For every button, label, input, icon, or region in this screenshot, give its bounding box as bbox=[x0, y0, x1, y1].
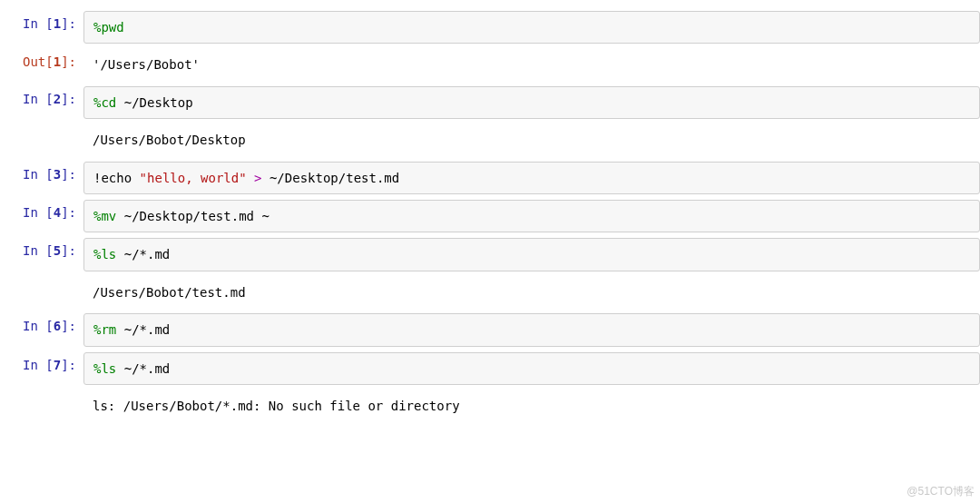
code-input[interactable]: %ls ~/*.md bbox=[83, 352, 980, 385]
prompt-in: In [7]: bbox=[0, 352, 83, 378]
code-token: /Users/Bobot/test.md bbox=[93, 285, 246, 300]
exec-count: 7 bbox=[54, 358, 61, 372]
notebook-cell: /Users/Bobot/Desktop bbox=[0, 124, 980, 155]
exec-count: 4 bbox=[54, 205, 61, 220]
code-input[interactable]: !echo "hello, world" > ~/Desktop/test.md bbox=[83, 162, 980, 194]
code-token: ls: /Users/Bobot/*.md: No such file or d… bbox=[93, 399, 460, 413]
code-token: ~/*.md bbox=[116, 361, 170, 376]
in-label: In bbox=[23, 16, 45, 31]
exec-count: 1 bbox=[54, 16, 61, 31]
in-label: In bbox=[23, 92, 45, 106]
prompt-in: In [3]: bbox=[0, 162, 83, 187]
notebook-cell: In [1]:%pwd bbox=[0, 11, 980, 44]
cell-stdout: /Users/Bobot/test.md bbox=[83, 277, 980, 308]
notebook-cell: In [4]:%mv ~/Desktop/test.md ~ bbox=[0, 200, 980, 232]
cell-stdout: ls: /Users/Bobot/*.md: No such file or d… bbox=[83, 390, 980, 421]
prompt-empty bbox=[0, 124, 83, 135]
code-token: '/Users/Bobot' bbox=[93, 57, 200, 72]
exec-count: 3 bbox=[54, 167, 61, 182]
prompt-in: In [1]: bbox=[0, 11, 83, 36]
code-token: ls bbox=[101, 247, 116, 261]
in-label: In bbox=[23, 205, 45, 220]
code-token: /Users/Bobot/Desktop bbox=[93, 133, 246, 147]
notebook-container: In [1]:%pwdOut[1]:'/Users/Bobot'In [2]:%… bbox=[0, 0, 980, 434]
code-token: "hello, world" bbox=[140, 171, 247, 185]
notebook-cell: In [2]:%cd ~/Desktop bbox=[0, 86, 980, 119]
cell-stdout: /Users/Bobot/Desktop bbox=[83, 124, 980, 155]
code-token: echo bbox=[101, 171, 139, 185]
out-label: Out bbox=[23, 54, 45, 69]
code-token: ~/*.md bbox=[116, 322, 170, 337]
notebook-cell: In [7]:%ls ~/*.md bbox=[0, 352, 980, 385]
code-token: ls bbox=[101, 361, 116, 376]
prompt-out: Out[1]: bbox=[0, 49, 83, 74]
exec-count: 5 bbox=[54, 243, 61, 258]
code-input[interactable]: %rm ~/*.md bbox=[83, 313, 980, 346]
code-input[interactable]: %cd ~/Desktop bbox=[83, 86, 980, 119]
code-input[interactable]: %ls ~/*.md bbox=[83, 238, 980, 271]
notebook-cell: In [3]:!echo "hello, world" > ~/Desktop/… bbox=[0, 162, 980, 194]
code-token: ~/*.md bbox=[116, 247, 170, 261]
code-token: ~/Desktop/test.md ~ bbox=[116, 209, 270, 223]
in-label: In bbox=[23, 243, 45, 258]
notebook-cell: ls: /Users/Bobot/*.md: No such file or d… bbox=[0, 390, 980, 421]
code-token: mv bbox=[101, 209, 116, 223]
prompt-empty bbox=[0, 277, 83, 288]
code-token bbox=[247, 171, 254, 185]
prompt-in: In [4]: bbox=[0, 200, 83, 225]
code-input[interactable]: %mv ~/Desktop/test.md ~ bbox=[83, 200, 980, 232]
in-label: In bbox=[23, 358, 45, 372]
cell-output: '/Users/Bobot' bbox=[83, 49, 980, 80]
code-token: ~/Desktop/test.md bbox=[261, 171, 399, 185]
exec-count: 1 bbox=[54, 54, 61, 69]
in-label: In bbox=[23, 319, 45, 333]
exec-count: 6 bbox=[54, 319, 61, 333]
code-token: pwd bbox=[101, 20, 123, 35]
exec-count: 2 bbox=[54, 92, 61, 106]
prompt-in: In [2]: bbox=[0, 86, 83, 112]
code-token: ~/Desktop bbox=[116, 95, 192, 110]
notebook-cell: /Users/Bobot/test.md bbox=[0, 277, 980, 308]
prompt-in: In [6]: bbox=[0, 313, 83, 339]
notebook-cell: In [5]:%ls ~/*.md bbox=[0, 238, 980, 271]
notebook-cell: In [6]:%rm ~/*.md bbox=[0, 313, 980, 346]
in-label: In bbox=[23, 167, 45, 182]
notebook-cell: Out[1]:'/Users/Bobot' bbox=[0, 49, 980, 80]
prompt-empty bbox=[0, 390, 83, 401]
code-token: rm bbox=[101, 322, 116, 337]
code-input[interactable]: %pwd bbox=[83, 11, 980, 44]
prompt-in: In [5]: bbox=[0, 238, 83, 263]
code-token: cd bbox=[101, 95, 116, 110]
